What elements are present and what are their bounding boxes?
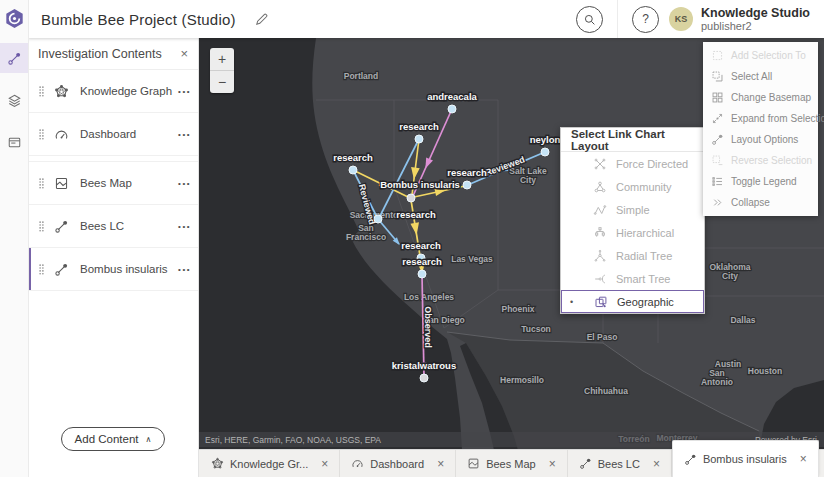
edge-label-observed: Observed <box>423 306 433 348</box>
sidebar-item-layers-view[interactable] <box>0 85 28 115</box>
link-node-research[interactable] <box>418 270 426 278</box>
panel-item-label: Bees LC <box>80 220 178 232</box>
item-options-ellipsis-icon[interactable]: ••• <box>178 222 191 231</box>
link-chart-icon <box>711 133 724 146</box>
tab-bees-map[interactable]: Bees Map × <box>456 450 568 477</box>
edit-title-pencil-icon[interactable] <box>254 12 269 27</box>
sidebar-item-link-chart-view[interactable] <box>0 43 28 73</box>
help-button[interactable]: ? <box>632 6 659 33</box>
context-menu-label: Select All <box>731 71 772 82</box>
force-directed-icon <box>593 157 607 171</box>
panel-item-dashboard[interactable]: Dashboard ••• <box>28 113 198 156</box>
context-menu-item-toggle-legend[interactable]: Toggle Legend <box>703 171 818 192</box>
link-node-andreacala[interactable] <box>448 105 456 113</box>
link-node-kristalwatrous[interactable] <box>420 374 428 382</box>
panel-item-bees-lc[interactable]: Bees LC ••• <box>28 205 198 248</box>
sidebar-item-catalog-view[interactable] <box>0 127 28 157</box>
select-all-icon <box>711 70 724 83</box>
chevron-up-icon: ∧ <box>146 435 152 444</box>
close-icon[interactable]: × <box>653 458 660 470</box>
link-node[interactable] <box>374 215 382 223</box>
layout-option-label: Hierarchical <box>616 227 674 239</box>
close-icon[interactable]: × <box>437 458 444 470</box>
simple-icon <box>593 203 607 217</box>
panel-spacer <box>28 291 198 427</box>
context-menu-item-select-all[interactable]: Select All <box>703 66 818 87</box>
layout-option-radial-tree[interactable]: Radial Tree <box>561 244 704 267</box>
zoom-in-button[interactable]: + <box>210 48 234 70</box>
context-menu-item-expand-from-selection[interactable]: Expand from Selection <box>703 108 818 129</box>
link-chart-icon <box>7 51 22 66</box>
link-node-neylon[interactable] <box>541 148 549 156</box>
link-chart-icon <box>684 453 697 466</box>
context-menu-item-add-selection-to: Add Selection To <box>703 45 818 66</box>
zoom-out-button[interactable]: − <box>210 70 234 93</box>
layout-option-hierarchical[interactable]: Hierarchical <box>561 221 704 244</box>
layout-option-label: Community <box>616 181 672 193</box>
context-menu-item-reverse-selection: Reverse Selection <box>703 150 818 171</box>
node-label-research: research <box>447 167 487 178</box>
collapse-icon <box>711 196 724 209</box>
user-role: publisher2 <box>701 20 810 32</box>
question-icon: ? <box>642 12 649 26</box>
link-chart-icon <box>54 262 69 277</box>
context-menu-label: Layout Options <box>731 134 798 145</box>
knowledge-graph-icon <box>211 457 224 470</box>
card-icon <box>7 135 22 150</box>
context-menu-item-change-basemap[interactable]: Change Basemap <box>703 87 818 108</box>
tab-bombus-insularis[interactable]: Bombus insularis × <box>672 440 819 477</box>
tab-dashboard[interactable]: Dashboard × <box>340 450 456 477</box>
app-logo-icon <box>4 8 25 29</box>
city-label-el-paso: El Paso <box>587 332 618 342</box>
tab-knowledge-gr[interactable]: Knowledge Gr... × <box>200 450 340 477</box>
tab-label: Bees Map <box>486 458 536 470</box>
layout-option-label: Geographic <box>617 296 674 308</box>
selected-bullet: • <box>567 297 576 307</box>
close-icon[interactable]: × <box>800 453 807 465</box>
knowledge-graph-icon <box>54 84 69 99</box>
user-menu[interactable]: Knowledge Studio publisher2 <box>701 6 810 32</box>
close-icon[interactable]: × <box>180 47 188 60</box>
city-label-tucson: Tucson <box>521 324 551 334</box>
panel-item-bombus-insularis[interactable]: Bombus insularis ••• <box>28 248 198 291</box>
city-label-phoenix: Phoenix <box>501 304 534 314</box>
link-node-research[interactable] <box>415 135 423 143</box>
context-menu-item-collapse[interactable]: Collapse <box>703 192 818 213</box>
tab-label: Bombus insularis <box>703 453 787 465</box>
layout-option-smart-tree[interactable]: Smart Tree <box>561 267 704 290</box>
drag-handle-icon[interactable] <box>38 220 45 233</box>
legend-icon <box>711 175 724 188</box>
link-node-bombus-insularis[interactable] <box>407 194 415 202</box>
node-label-kristalwatrous: kristalwatrous <box>392 360 456 371</box>
link-node-research[interactable] <box>349 166 357 174</box>
tab-bees-lc[interactable]: Bees LC × <box>568 450 672 477</box>
close-icon[interactable]: × <box>321 458 328 470</box>
layout-option-community[interactable]: Community <box>561 175 704 198</box>
layout-option-geographic[interactable]: • Geographic <box>561 290 704 313</box>
close-icon[interactable]: × <box>549 458 556 470</box>
drag-handle-icon[interactable] <box>38 85 45 98</box>
left-icon-rail <box>0 0 29 477</box>
layout-option-force-directed[interactable]: Force Directed <box>561 152 704 175</box>
avatar[interactable]: KS <box>669 7 693 31</box>
dashboard-icon <box>54 127 69 142</box>
layout-option-label: Simple <box>616 204 650 216</box>
context-menu-item-layout-options[interactable]: Layout Options <box>703 129 818 150</box>
layout-option-simple[interactable]: Simple <box>561 198 704 221</box>
drag-handle-icon[interactable] <box>38 177 45 190</box>
item-options-ellipsis-icon[interactable]: ••• <box>178 179 191 188</box>
item-options-ellipsis-icon[interactable]: ••• <box>178 265 191 274</box>
search-button[interactable] <box>576 6 603 33</box>
node-label-neylon: neylon <box>530 134 561 145</box>
item-options-ellipsis-icon[interactable]: ••• <box>178 130 191 139</box>
item-options-ellipsis-icon[interactable]: ••• <box>178 87 191 96</box>
panel-item-knowledge-graph[interactable]: Knowledge Graph ••• <box>28 70 198 113</box>
drag-handle-icon[interactable] <box>38 128 45 141</box>
node-label-research: research <box>396 209 436 220</box>
add-content-button[interactable]: Add Content ∧ <box>61 427 166 451</box>
map-icon <box>467 457 480 470</box>
link-node-research[interactable] <box>463 181 471 189</box>
context-menu-label: Toggle Legend <box>731 176 797 187</box>
drag-handle-icon[interactable] <box>38 263 45 276</box>
panel-item-bees-map[interactable]: Bees Map ••• <box>28 161 198 205</box>
